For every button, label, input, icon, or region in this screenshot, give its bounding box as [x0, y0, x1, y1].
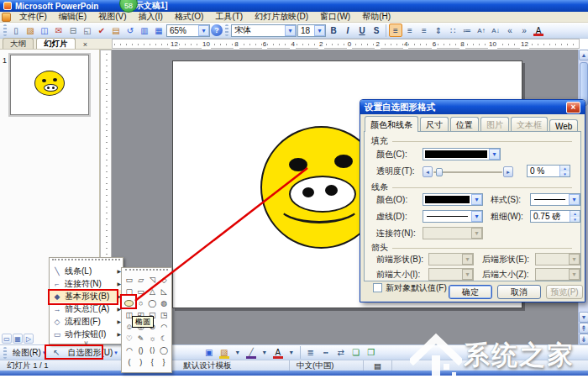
menu-item-block-arrows[interactable]: → 箭头总汇(A) ▶ — [50, 302, 123, 315]
chart-icon[interactable]: ▥ — [138, 24, 151, 37]
align-left-button[interactable]: ≡ — [389, 24, 402, 37]
chevron-down-icon[interactable]: ▾ — [471, 194, 482, 205]
tab-size[interactable]: 尺寸 — [420, 117, 449, 132]
menu-view[interactable]: 视图(V) — [93, 12, 131, 23]
fill-color-icon[interactable]: ▨ — [218, 346, 231, 360]
tab-web[interactable]: Web — [549, 119, 578, 132]
decrease-indent-button[interactable]: « — [503, 24, 517, 37]
print-preview-icon[interactable]: ◱ — [81, 24, 94, 37]
line-color-dropdown[interactable]: ▾ — [423, 193, 483, 206]
arrow-style-icon[interactable]: ⇄ — [334, 346, 348, 360]
shape-parallelogram[interactable]: ▱ — [135, 274, 147, 286]
spin-down-icon[interactable]: ▾ — [570, 217, 580, 223]
help-icon[interactable]: ? — [211, 24, 223, 36]
menu-item-connectors[interactable]: ⌐ 连接符(N) ▶ — [50, 277, 123, 290]
close-icon[interactable]: × — [566, 102, 580, 113]
table-icon[interactable]: ▦ — [152, 24, 165, 37]
close-pane-icon[interactable]: × — [81, 40, 91, 49]
chevron-down-icon[interactable]: ▾ — [233, 346, 243, 360]
line-style-dropdown[interactable]: ▾ — [530, 193, 580, 206]
paste-icon[interactable]: ▤ — [109, 24, 123, 37]
align-center-button[interactable]: ≡ — [403, 24, 417, 37]
spelling-icon[interactable]: ✔ — [95, 24, 108, 37]
menu-drag-handle[interactable] — [52, 259, 120, 264]
shadow-style-icon[interactable]: ❏ — [349, 346, 363, 360]
shape-block-arc[interactable]: ◠ — [158, 321, 170, 333]
font-size-combo[interactable]: 18 ▾ — [297, 24, 326, 37]
slider-left-arrow[interactable]: ◄ — [423, 166, 433, 177]
slider-track[interactable] — [433, 166, 502, 177]
spellcheck-book-icon[interactable]: ▤ — [364, 360, 392, 371]
toolbar-grip[interactable] — [3, 347, 7, 359]
shape-double-brace[interactable]: ⟨⟩ — [147, 344, 159, 356]
line-style-icon[interactable]: ≣ — [304, 346, 318, 360]
fill-color-dropdown[interactable]: ▾ — [423, 148, 501, 160]
tab-position[interactable]: 位置 — [450, 117, 479, 132]
chevron-down-icon[interactable]: ▾ — [286, 346, 297, 360]
menu-expand-chevron[interactable]: ∨ — [50, 340, 123, 348]
numbering-button[interactable]: ∷ — [446, 24, 459, 37]
shape-right-brace[interactable]: } — [158, 356, 170, 368]
slider-right-arrow[interactable]: ► — [503, 166, 513, 177]
shape-triangle[interactable]: △ — [147, 286, 159, 297]
mail-icon[interactable]: ✉ — [52, 24, 66, 37]
chevron-down-icon[interactable]: ▾ — [314, 25, 325, 36]
bullets-button[interactable]: ≔ — [460, 24, 474, 37]
menu-format[interactable]: 格式(O) — [170, 12, 208, 23]
shape-folded-corner[interactable]: ◳ — [158, 309, 170, 321]
zoom-combo[interactable]: 65% ▾ — [166, 24, 210, 37]
line-spacing-button[interactable]: ⇕ — [432, 24, 445, 37]
new-icon[interactable]: ▯ — [9, 24, 23, 37]
menu-file[interactable]: 文件(F) — [14, 12, 52, 23]
tab-slides[interactable]: 幻灯片 — [36, 38, 76, 49]
chevron-down-icon[interactable]: ▾ — [285, 25, 296, 36]
spin-down-icon[interactable]: ▾ — [560, 171, 570, 177]
menu-item-lines[interactable]: ╲ 线条(L) ▶ — [50, 265, 123, 277]
chevron-down-icon[interactable]: ▾ — [471, 211, 482, 222]
undo-icon[interactable]: ↺ — [123, 24, 137, 37]
shape-sun[interactable]: ☼ — [147, 333, 159, 344]
shape-pentagon[interactable]: ◍ — [158, 297, 170, 309]
shape-octagon[interactable]: ▭ — [135, 286, 147, 297]
chevron-down-icon[interactable]: ▾ — [569, 194, 580, 205]
toolbar-grip[interactable] — [225, 24, 228, 36]
draw-menu-button[interactable]: 绘图(R) ▾ — [10, 346, 48, 359]
ok-button[interactable]: 确定 — [449, 285, 492, 299]
checkbox-unchecked[interactable] — [373, 283, 382, 292]
shape-moon[interactable]: ☾ — [158, 333, 170, 344]
menu-window[interactable]: 窗口(W) — [315, 12, 355, 23]
shape-circle[interactable]: ○ — [135, 297, 147, 309]
open-icon[interactable]: ▨ — [24, 24, 37, 37]
default-checkbox-row[interactable]: 新对象默认值(F) — [373, 281, 447, 294]
grow-font-button[interactable]: A↑ — [475, 24, 488, 37]
font-color-icon[interactable]: A — [271, 346, 285, 360]
cancel-button[interactable]: 取消 — [497, 285, 541, 299]
shape-arc[interactable]: ◠ — [123, 344, 135, 356]
italic-button[interactable]: I — [341, 24, 354, 37]
menu-tools[interactable]: 工具(T) — [210, 12, 248, 23]
shape-trapezoid[interactable]: ◹ — [147, 274, 159, 286]
shape-plaque[interactable]: ◯ — [158, 344, 170, 356]
shape-double-bracket[interactable]: () — [135, 344, 147, 356]
menu-edit[interactable]: 编辑(E) — [54, 12, 92, 23]
slide-sorter-button[interactable]: ▦ — [13, 334, 23, 344]
chevron-down-icon[interactable]: ▾ — [198, 25, 209, 36]
threed-style-icon[interactable]: ❐ — [365, 346, 378, 360]
dash-style-dropdown[interactable]: ▾ — [423, 210, 483, 223]
normal-view-button[interactable]: ▭ — [2, 334, 12, 344]
toolbar-grip[interactable] — [3, 24, 7, 36]
shape-right-triangle[interactable]: ◺ — [158, 286, 170, 297]
print-icon[interactable]: ⊟ — [66, 24, 80, 37]
shape-left-bracket[interactable]: ( — [123, 356, 135, 368]
shape-hexagon[interactable]: ◯ — [147, 297, 159, 309]
previous-slide-button[interactable]: ↟ — [579, 323, 588, 334]
status-language[interactable]: 中文(中国) — [290, 360, 364, 371]
weight-spinner[interactable]: 0.75 磅 ▴▾ — [530, 210, 580, 223]
next-slide-button[interactable]: ↡ — [579, 334, 588, 344]
palette-drag-handle[interactable] — [125, 269, 168, 273]
font-color-button[interactable]: A — [532, 24, 545, 37]
line-color-icon[interactable]: ╱ — [244, 346, 258, 360]
scroll-down-button[interactable]: ▼ — [579, 312, 588, 323]
transparency-spinner[interactable]: 0 % ▴▾ — [527, 165, 570, 177]
menu-insert[interactable]: 插入(I) — [133, 12, 167, 23]
